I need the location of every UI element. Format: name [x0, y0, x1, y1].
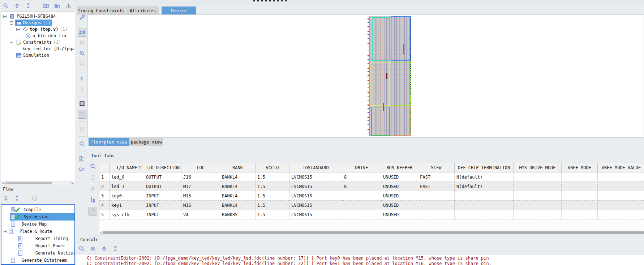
- table-cell[interactable]: OUTPUT: [144, 172, 181, 182]
- table-cell[interactable]: [562, 201, 598, 210]
- flow-item-synthesize[interactable]: Synthesize: [1, 213, 74, 221]
- tree-expander-icon[interactable]: −: [10, 41, 13, 44]
- chevron-left-icon[interactable]: [78, 74, 86, 83]
- table-cell[interactable]: 1.5: [256, 210, 289, 219]
- fdc-line-link[interactable]: [D:/fpga_demo/key_led/key_led/key_led.fd…: [155, 256, 309, 261]
- tree-expander-icon[interactable]: −: [16, 28, 20, 31]
- tree-item-constraints[interactable]: −Constraints(1): [1, 39, 62, 46]
- table-row-sys_clk[interactable]: 5sys_clkINPUTV4BANKR51.5LVCMOS15UNUSED: [99, 210, 644, 219]
- table-cell[interactable]: [418, 210, 455, 219]
- collapse-all-icon[interactable]: [24, 1, 33, 10]
- flow-item-compile[interactable]: Compile: [1, 206, 74, 213]
- search-icon[interactable]: [78, 140, 86, 148]
- table-cell[interactable]: UNUSED: [381, 172, 418, 182]
- column-header-off-chip-termination[interactable]: OFF_CHIP_TERMINATION: [455, 163, 514, 172]
- column-header-i-o-direction[interactable]: I/O DIRECTION: [144, 163, 181, 172]
- table-cell[interactable]: BANKL4: [220, 191, 256, 201]
- table-cell[interactable]: [418, 201, 455, 210]
- table-row-key1[interactable]: 4key1INPUTM16BANKL41.5LVCMOS15UNUSED: [99, 201, 644, 210]
- io-mode-icon[interactable]: I/O: [78, 28, 86, 37]
- table-cell[interactable]: OUTPUT: [144, 182, 181, 191]
- column-header-loc[interactable]: LOC: [181, 163, 220, 172]
- scroll-left-icon[interactable]: ◄: [98, 231, 103, 235]
- column-header-iostandard[interactable]: IOSTANDARD: [289, 163, 342, 172]
- tab-attributes[interactable]: Attributes: [126, 7, 159, 15]
- table-cell[interactable]: 1.5: [256, 191, 289, 201]
- tree-expander-icon[interactable]: −: [10, 21, 13, 25]
- table-row-led_0[interactable]: 1led_0OUTPUTJ16BANKL41.5LVCMOS158UNUSEDF…: [99, 172, 644, 182]
- wrench-icon[interactable]: [78, 13, 86, 22]
- export-view-icon[interactable]: [78, 165, 86, 174]
- expand-all-icon[interactable]: [1, 194, 10, 202]
- collapse-all-icon[interactable]: [13, 194, 21, 202]
- table-cell[interactable]: 8: [342, 182, 381, 191]
- table-cell[interactable]: M17: [181, 182, 220, 191]
- table-cell[interactable]: BANKL4: [220, 182, 256, 191]
- table-cell[interactable]: [514, 191, 562, 201]
- flow-panel[interactable]: CompileSynthesizeDevice Map−Place & Rout…: [1, 204, 75, 265]
- table-cell[interactable]: UNUSED: [381, 182, 418, 191]
- table-cell[interactable]: 1.5: [256, 201, 289, 210]
- column-header-vccio[interactable]: VCCIO: [256, 163, 289, 172]
- table-cell[interactable]: [598, 201, 644, 210]
- column-header-drive[interactable]: DRIVE: [342, 163, 381, 172]
- dashed-circle-icon[interactable]: [78, 110, 86, 119]
- tree-expander-icon[interactable]: −: [3, 15, 7, 18]
- flow-item-report-timing[interactable]: Report Timing: [1, 235, 74, 242]
- column-header-i-o-name[interactable]: I/O NAME: [110, 163, 144, 172]
- table-cell[interactable]: [514, 172, 562, 182]
- tab-package-view[interactable]: package view: [129, 138, 163, 146]
- ip-core-icon[interactable]: IP: [42, 1, 50, 10]
- table-cell[interactable]: LVCMOS15: [289, 172, 342, 182]
- row-number[interactable]: 4: [99, 201, 110, 210]
- table-hscrollbar[interactable]: ◄: [98, 231, 644, 234]
- table-cell[interactable]: [598, 210, 644, 219]
- table-cell[interactable]: BANKR5: [220, 210, 256, 219]
- table-cell[interactable]: V4: [181, 210, 220, 219]
- table-cell[interactable]: [598, 172, 644, 182]
- tree-item-simulation[interactable]: Simulation: [1, 52, 50, 59]
- row-number[interactable]: 2: [99, 182, 110, 191]
- tree-item-u-btn-deb-fix[interactable]: u_btn_deb_fix-: [1, 33, 72, 39]
- search-icon[interactable]: [89, 162, 97, 171]
- table-cell[interactable]: [455, 210, 514, 219]
- tree-item-pg2l50h-6fbg484[interactable]: −PG2L50H-6FBG484: [1, 13, 57, 20]
- column-header-slew[interactable]: SLEW: [418, 163, 455, 172]
- table-cell[interactable]: [514, 210, 562, 219]
- add-folder-icon[interactable]: [53, 1, 61, 10]
- table-cell[interactable]: J16: [181, 172, 220, 182]
- flow-item-device-map[interactable]: Device Map: [1, 221, 74, 228]
- table-cell[interactable]: [562, 210, 598, 219]
- table-cell[interactable]: BANKL4: [220, 172, 256, 182]
- scroll-right-icon[interactable]: ►: [70, 181, 75, 185]
- table-cell[interactable]: BANKL4: [220, 201, 256, 210]
- table-cell[interactable]: [455, 201, 514, 210]
- table-cell[interactable]: [598, 191, 644, 201]
- expand-all-icon[interactable]: [13, 1, 21, 10]
- table-cell[interactable]: 1.5: [256, 172, 289, 182]
- tab-device[interactable]: Device: [162, 7, 196, 15]
- column-header-vref-mode-value[interactable]: VREF_MODE_VALUE: [598, 163, 644, 172]
- tree-item-top-top-v[interactable]: −top (top.v)(1): [1, 26, 69, 33]
- table-cell[interactable]: [514, 201, 562, 210]
- search-icon[interactable]: [77, 244, 86, 253]
- column-header-bank[interactable]: BANK: [220, 163, 256, 172]
- table-cell[interactable]: [598, 182, 644, 191]
- expand-all-icon[interactable]: [100, 244, 108, 253]
- tab-floorplan-view[interactable]: floorplan view: [89, 138, 129, 146]
- table-cell[interactable]: 8: [342, 172, 381, 182]
- flow-item-report-power[interactable]: Report Power: [1, 242, 74, 249]
- table-cell[interactable]: sys_clk: [110, 210, 144, 219]
- fpga-floorplan[interactable]: [369, 16, 411, 136]
- table-cell[interactable]: key1: [110, 201, 144, 210]
- hierarchy-icon[interactable]: [78, 154, 86, 163]
- table-cell[interactable]: UNUSED: [381, 191, 418, 201]
- row-number[interactable]: 5: [99, 210, 110, 219]
- tree-item-designs[interactable]: −Designs(1): [1, 20, 52, 26]
- table-cell[interactable]: [342, 191, 381, 201]
- scrollbar-thumb[interactable]: [103, 231, 644, 234]
- table-cell[interactable]: FAST: [418, 182, 455, 191]
- device-view-canvas[interactable]: [87, 14, 644, 138]
- tree-view-icon[interactable]: [89, 196, 97, 204]
- table-cell[interactable]: 1.5: [256, 182, 289, 191]
